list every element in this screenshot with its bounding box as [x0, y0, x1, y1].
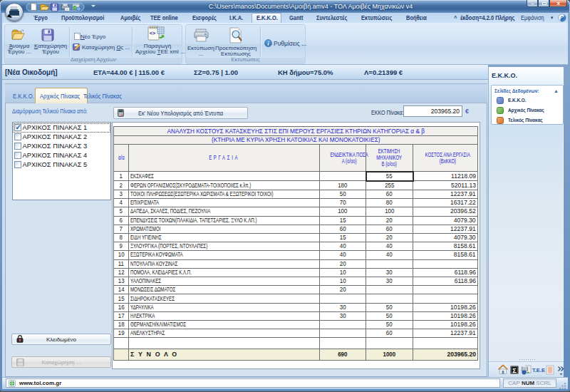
svg-text:Σ: Σ: [512, 367, 517, 374]
svg-text:T.E.E: T.E.E: [532, 367, 545, 373]
svg-text:<>: <>: [150, 31, 155, 36]
svg-text:?: ?: [561, 15, 564, 21]
